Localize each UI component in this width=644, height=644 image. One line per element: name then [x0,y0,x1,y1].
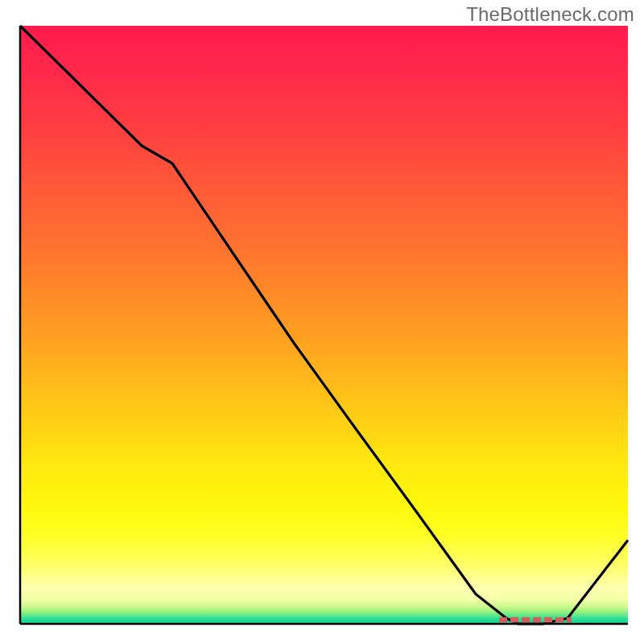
bottleneck-curve [20,26,628,624]
chart-svg [0,0,644,644]
chart-stage: TheBottleneck.com [0,0,644,644]
